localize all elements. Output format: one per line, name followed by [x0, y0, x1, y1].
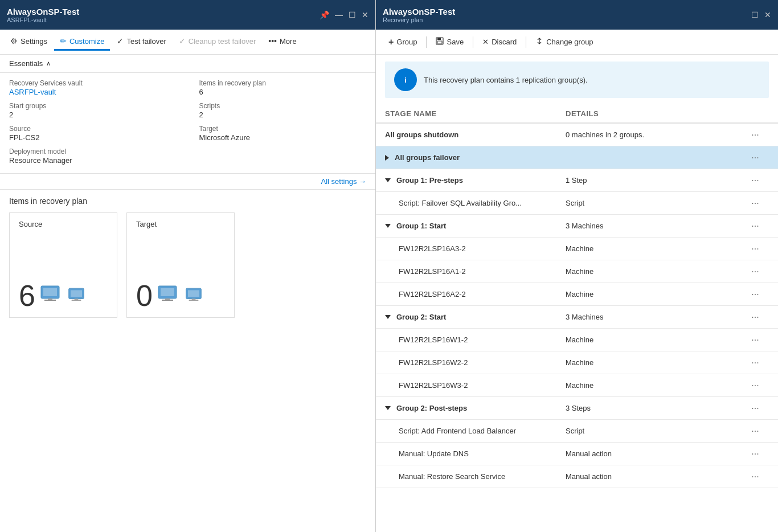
source-card-label: Source — [19, 220, 108, 228]
toolbar-divider-3 — [526, 36, 526, 48]
row-stage-name: FW12R2LSP16A3-2 — [385, 244, 566, 253]
table-row: FW12R2LSP16W2-2 Machine ··· — [376, 351, 778, 374]
info-text: This recovery plan contains 1 replicatio… — [424, 76, 588, 84]
toolbar-divider-2 — [473, 36, 473, 48]
left-window-controls: 📌 — ☐ ✕ — [320, 10, 368, 19]
info-icon: i — [394, 68, 417, 91]
row-details: Manual action — [566, 449, 746, 458]
row-more-button[interactable]: ··· — [746, 263, 764, 281]
stage-name-header: STAGE NAME — [385, 109, 566, 118]
target-card-content: 0 — [136, 281, 225, 310]
row-details: Machine — [566, 358, 746, 367]
settings-button[interactable]: ⚙ Settings — [5, 33, 53, 51]
svg-rect-15 — [191, 299, 195, 300]
row-stage-name: FW12R2LSP16A2-2 — [385, 290, 566, 298]
table-row: Script: Add Frontend Load Balancer Scrip… — [376, 420, 778, 443]
row-more-button[interactable]: ··· — [746, 126, 764, 144]
cleanup-test-button[interactable]: ✓ Cleanup test failover — [173, 33, 262, 51]
restore-icon[interactable]: ☐ — [349, 10, 356, 19]
triangle-down-icon — [385, 406, 391, 410]
items-section: Items in recovery plan Source 6 — [0, 190, 375, 532]
test-failover-icon: ✓ — [117, 36, 124, 46]
target-card-label: Target — [136, 220, 225, 228]
row-details: 1 Step — [566, 176, 746, 185]
triangle-down-icon — [385, 178, 391, 182]
svg-rect-17 — [437, 38, 441, 40]
row-more-button[interactable]: ··· — [746, 240, 764, 258]
essentials-items-count: Items in recovery plan 6 — [199, 77, 367, 98]
row-more-button[interactable]: ··· — [746, 377, 764, 395]
svg-rect-1 — [43, 288, 57, 296]
row-more-button[interactable]: ··· — [746, 422, 764, 440]
table-row: Group 2: Post-steps 3 Steps ··· — [376, 397, 778, 420]
row-stage-name: Manual: Restore Search Service — [385, 472, 566, 481]
items-cards: Source 6 — [9, 212, 366, 318]
row-more-button[interactable]: ··· — [746, 308, 764, 326]
target-card: Target 0 — [126, 212, 235, 318]
left-toolbar: ⚙ Settings ✏ Customize ✓ Test failover ✓… — [0, 30, 375, 55]
row-more-button[interactable]: ··· — [746, 194, 764, 212]
essentials-header[interactable]: Essentials ∧ — [0, 55, 375, 73]
plan-table: STAGE NAME DETAILS All groups shutdown 0… — [376, 105, 778, 532]
right-close-icon[interactable]: ✕ — [764, 10, 771, 19]
change-group-button[interactable]: Change group — [530, 34, 599, 50]
triangle-right-icon — [385, 155, 389, 161]
all-settings-link[interactable]: All settings → — [0, 174, 375, 190]
svg-rect-6 — [71, 300, 81, 301]
source-card-content: 6 — [19, 281, 108, 310]
toolbar-divider-1 — [426, 36, 427, 48]
row-details: 3 Machines — [566, 222, 746, 230]
triangle-down-icon — [385, 224, 391, 228]
svg-rect-3 — [48, 298, 52, 300]
row-details: 0 machines in 2 groups. — [566, 130, 746, 139]
save-button[interactable]: Save — [430, 34, 469, 50]
info-banner: i This recovery plan contains 1 replicat… — [385, 62, 769, 98]
row-more-button[interactable]: ··· — [746, 331, 764, 349]
essentials-grid: Recovery Services vault ASRFPL-vault Ite… — [0, 73, 375, 174]
group-button[interactable]: + Group — [383, 34, 423, 51]
row-stage-name: All groups shutdown — [385, 130, 566, 139]
right-panel: AlwaysOnSP-Test Recovery plan ☐ ✕ + Grou… — [376, 0, 778, 532]
table-row: FW12R2LSP16A3-2 Machine ··· — [376, 238, 778, 260]
pin-icon[interactable]: 📌 — [320, 10, 329, 19]
row-details: Script — [566, 427, 746, 435]
row-stage-name: Group 1: Start — [385, 222, 566, 230]
row-details: Machine — [566, 335, 746, 344]
source-vm-icon — [40, 285, 85, 306]
change-group-icon — [535, 37, 543, 47]
minimize-icon[interactable]: — — [335, 10, 343, 19]
more-button[interactable]: ••• More — [263, 33, 302, 51]
row-more-button[interactable]: ··· — [746, 171, 764, 190]
test-failover-button[interactable]: ✓ Test failover — [111, 33, 171, 51]
right-title-bar: AlwaysOnSP-Test Recovery plan ☐ ✕ — [376, 0, 778, 30]
close-icon[interactable]: ✕ — [362, 10, 368, 19]
discard-button[interactable]: ✕ Discard — [477, 34, 522, 50]
right-app-title: AlwaysOnSP-Test — [383, 7, 455, 17]
row-more-button[interactable]: ··· — [746, 149, 764, 167]
right-restore-icon[interactable]: ☐ — [751, 10, 759, 19]
svg-rect-2 — [44, 300, 56, 301]
source-card-number: 6 — [19, 281, 35, 310]
essentials-vault: Recovery Services vault ASRFPL-vault — [9, 77, 177, 98]
left-app-title: AlwaysOnSP-Test — [7, 7, 79, 17]
row-more-button[interactable]: ··· — [746, 285, 764, 304]
svg-rect-5 — [71, 290, 82, 297]
vault-link[interactable]: ASRFPL-vault — [9, 88, 177, 96]
essentials-deployment: Deployment model Resource Manager — [9, 146, 177, 166]
row-details: Machine — [566, 381, 746, 390]
row-more-button[interactable]: ··· — [746, 445, 764, 463]
row-stage-name: FW12R2LSP16A1-2 — [385, 267, 566, 276]
row-stage-name: Manual: Update DNS — [385, 449, 566, 458]
settings-icon: ⚙ — [10, 36, 18, 46]
row-more-button[interactable]: ··· — [746, 468, 764, 486]
row-more-button[interactable]: ··· — [746, 354, 764, 372]
row-stage-name: FW12R2LSP16W3-2 — [385, 381, 566, 390]
row-details: 3 Steps — [566, 404, 746, 412]
row-more-button[interactable]: ··· — [746, 399, 764, 418]
table-row: Script: Failover SQL Availability Gro...… — [376, 192, 778, 215]
essentials-start-groups: Start groups 2 — [9, 100, 177, 121]
customize-button[interactable]: ✏ Customize — [54, 33, 110, 51]
row-more-button[interactable]: ··· — [746, 217, 764, 235]
left-title-bar: AlwaysOnSP-Test ASRFPL-vault 📌 — ☐ ✕ — [0, 0, 375, 30]
svg-rect-9 — [161, 288, 174, 296]
